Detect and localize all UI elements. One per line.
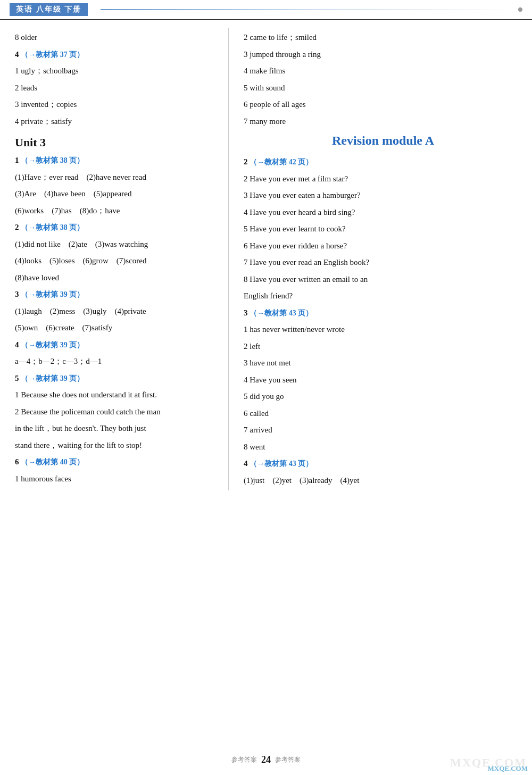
list-item: 1 Because she does not understand it at … bbox=[15, 388, 219, 402]
list-item: 4 （→教材第 37 页） bbox=[15, 48, 219, 62]
list-item: 3 jumped through a ring bbox=[244, 48, 522, 62]
list-item: 4 make films bbox=[244, 64, 522, 78]
list-item: 2 （→教材第 42 页） bbox=[244, 155, 522, 169]
list-item: 7 many more bbox=[244, 115, 522, 129]
decorative-line bbox=[101, 9, 514, 10]
right-column: 2 came to life；smiled 3 jumped through a… bbox=[229, 28, 532, 490]
header-bar: 英语 八年级 下册 bbox=[0, 0, 532, 20]
list-item: (1)just (2)yet (3)already (4)yet bbox=[244, 474, 522, 488]
unit3-title: Unit 3 bbox=[15, 136, 219, 149]
list-item: 5 （→教材第 39 页） bbox=[15, 372, 219, 386]
list-item: 1 （→教材第 38 页） bbox=[15, 154, 219, 168]
list-item: (3)Are (4)have been (5)appeared bbox=[15, 187, 219, 201]
list-item: 6 called bbox=[244, 407, 522, 421]
list-item: a—4；b—2；c—3；d—1 bbox=[15, 355, 219, 369]
list-item: 5 did you go bbox=[244, 390, 522, 404]
list-item: 6 people of all ages bbox=[244, 98, 522, 112]
list-item: 4 private；satisfy bbox=[15, 115, 219, 129]
left-column: 8 older 4 （→教材第 37 页） 1 ugly；schoolbags … bbox=[0, 28, 229, 490]
list-item: (8)have loved bbox=[15, 271, 219, 285]
list-item: 4 Have you seen bbox=[244, 373, 522, 387]
list-item: 2 came to life；smiled bbox=[244, 31, 522, 45]
list-item: 2 Because the policeman could catch the … bbox=[15, 405, 219, 419]
corner-dot bbox=[518, 7, 522, 12]
list-item: 6 Have you ever ridden a horse? bbox=[244, 239, 522, 253]
list-item: stand there，waiting for the lift to stop… bbox=[15, 439, 219, 453]
list-item: English friend? bbox=[244, 289, 522, 303]
footer-left-text: 参考答案 bbox=[231, 755, 257, 764]
list-item: (1)Have；ever read (2)have never read bbox=[15, 171, 219, 185]
list-item: 3 Have you ever eaten a hamburger? bbox=[244, 189, 522, 203]
list-item: 1 has never written/never wrote bbox=[244, 323, 522, 337]
list-item: 3 （→教材第 39 页） bbox=[15, 288, 219, 302]
list-item: 3 （→教材第 43 页） bbox=[244, 306, 522, 320]
list-item: (5)own (6)create (7)satisfy bbox=[15, 321, 219, 335]
list-item: 1 humorous faces bbox=[15, 472, 219, 486]
list-item: (1)laugh (2)mess (3)ugly (4)private bbox=[15, 305, 219, 319]
list-item: 8 older bbox=[15, 31, 219, 45]
subject-label: 英语 八年级 下册 bbox=[10, 3, 88, 16]
list-item: (1)did not like (2)ate (3)was watching bbox=[15, 238, 219, 252]
list-item: 2 leads bbox=[15, 81, 219, 95]
list-item: 3 invented；copies bbox=[15, 98, 219, 112]
list-item: 2 left bbox=[244, 340, 522, 354]
list-item: (6)works (7)has (8)do；have bbox=[15, 204, 219, 218]
list-item: 4 （→教材第 39 页） bbox=[15, 338, 219, 352]
page-number: 24 bbox=[261, 754, 271, 765]
list-item: in the lift，but he doesn't. They both ju… bbox=[15, 422, 219, 436]
list-item: 5 with sound bbox=[244, 81, 522, 95]
list-item: 4 Have you ever heard a bird sing? bbox=[244, 206, 522, 220]
footer-right-text: 参考答案 bbox=[275, 755, 301, 764]
list-item: 8 Have you ever written an email to an bbox=[244, 273, 522, 287]
mxqe-logo: MXQE.COM bbox=[484, 762, 532, 775]
list-item: 8 went bbox=[244, 440, 522, 454]
list-item: 2 Have you ever met a film star? bbox=[244, 172, 522, 186]
list-item: 7 arrived bbox=[244, 423, 522, 437]
revision-module-title: Revision module A bbox=[244, 134, 522, 148]
list-item: 3 have not met bbox=[244, 356, 522, 370]
list-item: 6 （→教材第 40 页） bbox=[15, 455, 219, 469]
list-item: 2 （→教材第 38 页） bbox=[15, 221, 219, 235]
list-item: 5 Have you ever learnt to cook? bbox=[244, 222, 522, 236]
list-item: 7 Have you ever read an English book? bbox=[244, 256, 522, 270]
list-item: (4)looks (5)loses (6)grow (7)scored bbox=[15, 254, 219, 268]
list-item: 4 （→教材第 43 页） bbox=[244, 457, 522, 471]
list-item: 1 ugly；schoolbags bbox=[15, 64, 219, 78]
